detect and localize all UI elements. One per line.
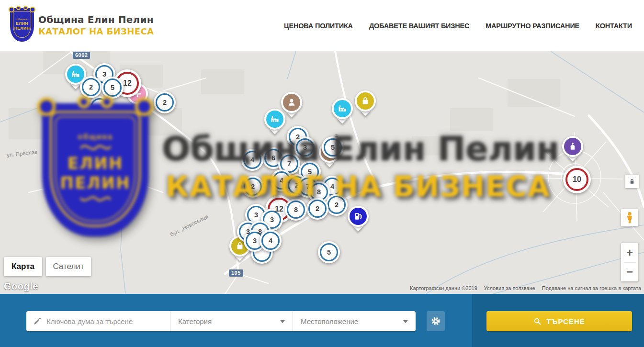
cluster-marker[interactable]: 10 bbox=[563, 166, 591, 193]
keyword-field-wrap bbox=[26, 311, 170, 331]
cluster-count: 12 bbox=[275, 205, 283, 213]
attribution-copyright: Картографски данни ©2019 bbox=[410, 285, 477, 291]
cluster-count: 3 bbox=[270, 216, 274, 224]
pin-fuel-marker[interactable] bbox=[348, 206, 369, 235]
cluster-count: 10 bbox=[573, 175, 581, 184]
cluster-count: 6 bbox=[271, 154, 275, 162]
zoom-control: + − bbox=[621, 243, 638, 281]
search-bar: Категория Местоположение ТЪРСЕНЕ bbox=[0, 294, 644, 347]
bag-icon bbox=[357, 92, 374, 110]
factory-icon bbox=[334, 100, 351, 117]
google-logo[interactable]: Google bbox=[4, 281, 38, 292]
cluster-marker[interactable]: 2 bbox=[242, 176, 264, 198]
map-type-satellite-button[interactable]: Сателит bbox=[46, 257, 91, 276]
crest-obshtina-text: община bbox=[17, 18, 28, 21]
cluster-count: 7 bbox=[306, 183, 310, 190]
street-view-pegman-button[interactable] bbox=[621, 209, 638, 226]
worker-icon bbox=[283, 94, 300, 111]
map-type-map-button[interactable]: Карта bbox=[4, 257, 42, 276]
cluster-marker[interactable]: 2 bbox=[326, 194, 348, 216]
cluster-marker[interactable]: 2 bbox=[154, 91, 176, 113]
cluster-count: 3 bbox=[246, 228, 250, 235]
attribution-report-link[interactable]: Подаване на сигнал за грешка в картата bbox=[542, 285, 641, 291]
cluster-marker[interactable]: 8 bbox=[285, 199, 307, 221]
cluster-count: 8 bbox=[294, 206, 298, 213]
crest-scroll-ornament bbox=[23, 6, 28, 10]
search-button-label: ТЪРСЕНЕ bbox=[546, 317, 585, 325]
chevron-down-icon bbox=[280, 320, 285, 323]
pin-church-marker[interactable] bbox=[562, 136, 583, 165]
cluster-count: 4 bbox=[250, 156, 254, 164]
cluster-count: 2 bbox=[89, 83, 93, 91]
chevron-down-icon bbox=[403, 320, 408, 323]
page: община ЕЛИН ПЕЛИН Община Елин Пелин КАТА… bbox=[0, 0, 644, 347]
cluster-count: 4 bbox=[280, 177, 283, 184]
cluster-count: 2 bbox=[251, 183, 255, 190]
factory-icon bbox=[266, 111, 283, 128]
cluster-count: 2 bbox=[296, 133, 300, 141]
pin-factory-marker[interactable] bbox=[264, 109, 285, 137]
cluster-count: 2 bbox=[163, 99, 167, 106]
pencil-icon bbox=[33, 317, 42, 326]
cluster-count: 3 bbox=[253, 237, 257, 245]
cluster-count: 4 bbox=[330, 183, 334, 190]
cluster-count: 8 bbox=[258, 228, 262, 235]
advanced-settings-button[interactable] bbox=[427, 311, 445, 331]
location-dropdown[interactable]: Местоположение bbox=[293, 311, 416, 331]
cluster-count: 12 bbox=[123, 79, 132, 88]
map-attribution: Картографски данни ©2019 Условия за полз… bbox=[410, 285, 641, 291]
attribution-terms-link[interactable]: Условия за ползване bbox=[484, 285, 535, 291]
search-fields-group: Категория Местоположение bbox=[26, 311, 416, 331]
cluster-marker[interactable] bbox=[89, 96, 111, 118]
map-type-control: Карта Сателит bbox=[4, 257, 91, 276]
cluster-count: 5 bbox=[111, 84, 114, 91]
municipality-crest-icon: община ЕЛИН ПЕЛИН bbox=[11, 9, 34, 41]
site-subtitle: КАТАЛОГ НА БИЗНЕСА bbox=[38, 26, 154, 36]
fuel-icon bbox=[350, 208, 367, 225]
lock-button[interactable] bbox=[625, 175, 639, 188]
nav-item-add-business[interactable]: ДОБАВЕТЕ ВАШИЯТ БИЗНЕС bbox=[369, 22, 469, 30]
gear-icon bbox=[430, 316, 441, 326]
keyword-search-input[interactable] bbox=[46, 317, 161, 325]
padlock-icon bbox=[628, 178, 636, 185]
cluster-count: 8 bbox=[317, 188, 321, 196]
category-dropdown-label: Категория bbox=[178, 317, 212, 325]
brand-logo[interactable]: община ЕЛИН ПЕЛИН Община Елин Пелин КАТА… bbox=[11, 9, 154, 41]
map-canvas[interactable]: 6002 105 ул. Преслав бул. „Новоселци ции… bbox=[0, 51, 644, 294]
cluster-count: 3 bbox=[102, 70, 106, 78]
search-button[interactable]: ТЪРСЕНЕ bbox=[486, 311, 632, 331]
cluster-count: 2 bbox=[316, 205, 319, 213]
site-title: Община Елин Пелин bbox=[38, 14, 154, 25]
crest-scroll-ornament bbox=[16, 6, 21, 10]
cluster-count: 4 bbox=[269, 237, 272, 245]
location-dropdown-label: Местоположение bbox=[301, 317, 358, 325]
cluster-count: 3 bbox=[303, 144, 307, 151]
search-icon bbox=[533, 317, 542, 325]
header: община ЕЛИН ПЕЛИН Община Елин Пелин КАТА… bbox=[0, 0, 644, 51]
crest-name-line2: ПЕЛИН bbox=[14, 26, 30, 31]
zoom-out-button[interactable]: − bbox=[621, 263, 638, 282]
nav-item-bus-schedule[interactable]: МАРШРУТНО РАЗПИСАНИЕ bbox=[486, 22, 579, 30]
cluster-marker[interactable]: 2 bbox=[80, 76, 102, 98]
cluster-marker[interactable]: 5 bbox=[102, 77, 124, 99]
cluster-marker[interactable]: 5 bbox=[322, 136, 344, 158]
cluster-count: 3 bbox=[254, 211, 258, 219]
pin-bag-marker[interactable] bbox=[355, 90, 376, 119]
nav-item-contacts[interactable]: КОНТАКТИ bbox=[596, 22, 632, 30]
cluster-marker[interactable]: 2 bbox=[306, 198, 328, 220]
cluster-count: 7 bbox=[287, 160, 291, 168]
cluster-marker[interactable]: 4 bbox=[241, 149, 263, 171]
pegman-icon bbox=[624, 212, 635, 224]
main-nav: ЦЕНОВА ПОЛИТИКА ДОБАВЕТЕ ВАШИЯТ БИЗНЕС М… bbox=[284, 0, 632, 51]
pin-factory-marker[interactable] bbox=[332, 98, 353, 127]
cluster-count: 5 bbox=[331, 144, 335, 151]
zoom-in-button[interactable]: + bbox=[621, 243, 638, 262]
markers-layer: 321252235647542274822128333834510 bbox=[0, 51, 644, 294]
cluster-count: 5 bbox=[308, 168, 312, 176]
cluster-count: 2 bbox=[335, 201, 339, 209]
cluster-count: 2 bbox=[295, 181, 299, 189]
category-dropdown[interactable]: Категория bbox=[170, 311, 293, 331]
nav-item-pricing[interactable]: ЦЕНОВА ПОЛИТИКА bbox=[284, 22, 353, 30]
cluster-marker[interactable]: 5 bbox=[318, 241, 340, 263]
cluster-marker[interactable]: 4 bbox=[260, 230, 282, 252]
